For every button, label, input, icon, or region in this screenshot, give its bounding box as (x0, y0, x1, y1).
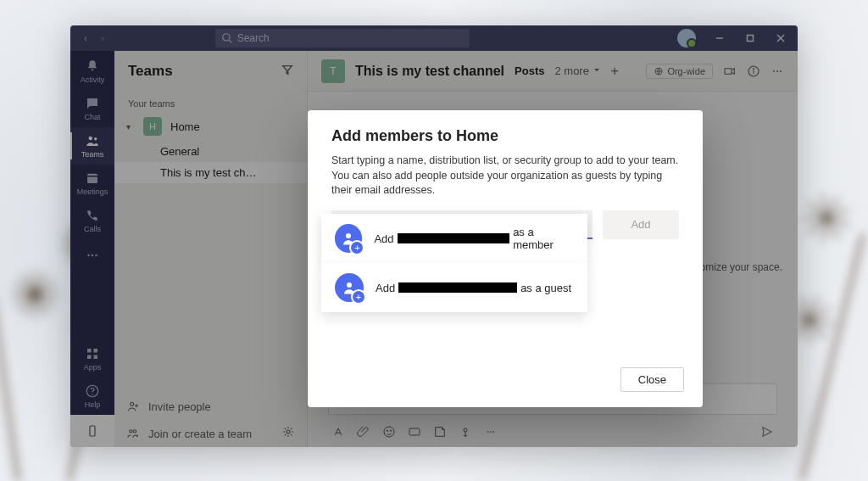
person-icon (341, 231, 356, 246)
app-window: ‹ › Search Activity Chat Teams (70, 25, 798, 447)
person-add-avatar (335, 273, 364, 302)
person-add-avatar (335, 224, 362, 253)
add-button[interactable]: Add (603, 210, 679, 239)
svg-point-38 (346, 233, 351, 238)
modal-description: Start typing a name, distribution list, … (331, 154, 679, 199)
suggestion-add-member[interactable]: Add as a member (321, 214, 587, 263)
suggestion-suffix: as a member (513, 226, 574, 251)
suggestion-suffix: as a guest (520, 282, 571, 294)
redacted-text (398, 282, 517, 293)
svg-point-39 (347, 282, 352, 288)
modal-title: Add members to Home (331, 127, 679, 145)
person-icon (342, 280, 357, 295)
suggestion-prefix: Add (374, 232, 393, 245)
redacted-text (398, 233, 510, 243)
suggestion-add-guest[interactable]: Add as a guest (321, 263, 587, 312)
close-button[interactable]: Close (620, 367, 684, 392)
suggestion-dropdown: Add as a member Add as a guest (321, 214, 587, 312)
suggestion-prefix: Add (376, 282, 395, 294)
